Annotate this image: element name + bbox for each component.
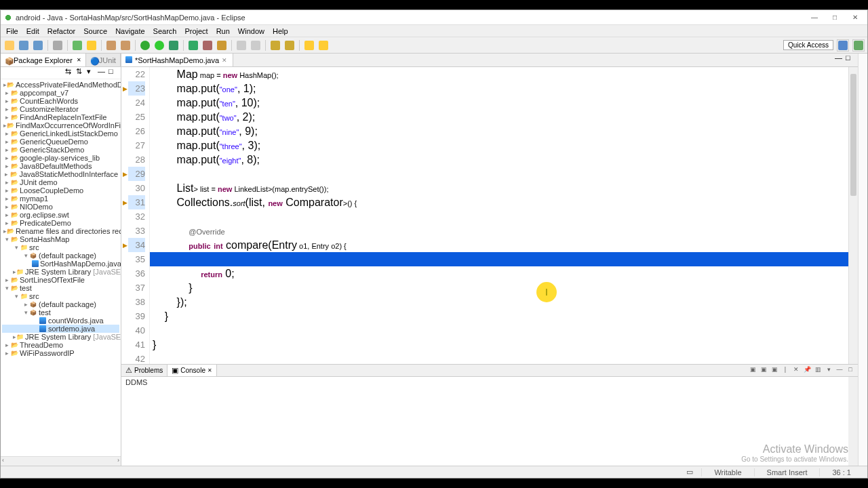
minimize-console-button[interactable]: — bbox=[835, 365, 844, 374]
menu-navigate[interactable]: Navigate bbox=[111, 26, 149, 37]
tree-item[interactable]: ▸NIODemo bbox=[2, 203, 119, 211]
code-line[interactable]: List> list = new LinkedList>(map.entrySe… bbox=[150, 181, 848, 195]
tree-item[interactable]: ▸Rename files and directories recursivel… bbox=[2, 227, 119, 235]
debug-button[interactable] bbox=[139, 39, 151, 52]
editor-vscrollbar[interactable] bbox=[848, 67, 858, 364]
console-vscrollbar[interactable] bbox=[848, 377, 858, 466]
tree-item[interactable]: ▸SortLinesOfTextFile bbox=[2, 276, 119, 284]
code-line[interactable]: return 0; bbox=[150, 266, 848, 281]
display-console-button[interactable]: ▥ bbox=[813, 365, 823, 374]
pin-console-button[interactable]: 📌 bbox=[802, 365, 812, 374]
toggle-breadcrumb-button[interactable] bbox=[52, 39, 64, 52]
tree-item[interactable]: countWords.java bbox=[2, 317, 119, 325]
tree-item[interactable]: ▾SortaHashMap bbox=[2, 235, 119, 243]
coverage-button[interactable] bbox=[167, 39, 180, 52]
forward-button[interactable] bbox=[317, 39, 330, 52]
menu-source[interactable]: Source bbox=[79, 26, 111, 37]
console-body[interactable]: DDMS Activate Windows Go to Settings to … bbox=[121, 377, 858, 466]
code-line[interactable]: } bbox=[150, 309, 848, 323]
code-line[interactable]: Map map = new HashMap(); bbox=[150, 67, 848, 81]
open-console-button[interactable]: ▾ bbox=[824, 365, 833, 374]
tree-item[interactable]: ▸WiFiPasswordIP bbox=[2, 349, 119, 357]
tool-button[interactable] bbox=[119, 39, 132, 52]
minimize-button[interactable]: — bbox=[805, 12, 824, 24]
save-all-button[interactable] bbox=[32, 39, 44, 52]
tree-item[interactable]: ▸JRE System Library[JavaSE-1.8] bbox=[2, 268, 119, 276]
maximize-button[interactable]: □ bbox=[825, 12, 844, 24]
tree-item[interactable]: ▸appcompat_v7 bbox=[2, 89, 119, 97]
new-class-button[interactable] bbox=[187, 39, 199, 52]
tree-item[interactable]: ▸FindAndReplaceInTextFile bbox=[2, 113, 119, 121]
tree-item[interactable]: ▸CountEachWords bbox=[2, 97, 119, 105]
quick-access[interactable]: Quick Access bbox=[783, 40, 833, 50]
tool-button[interactable] bbox=[235, 39, 248, 52]
collapse-all-button[interactable]: ⇆ bbox=[65, 67, 75, 77]
tree-item[interactable]: ▸GenericLinkedListStackDemo bbox=[2, 129, 119, 138]
search-button[interactable] bbox=[85, 39, 98, 52]
code-line[interactable]: @Override bbox=[150, 224, 848, 238]
line-gutter[interactable]: 2223242526272829303132333435363738394041… bbox=[128, 67, 150, 364]
code-line[interactable]: map.put("ten", 10); bbox=[150, 96, 848, 110]
tree-item[interactable]: sortdemo.java bbox=[2, 325, 119, 333]
save-button[interactable] bbox=[18, 39, 30, 52]
tree-item[interactable]: ▸FindMaxOccurrenceOfWordInFile bbox=[2, 121, 119, 129]
sidebar-hscrollbar[interactable] bbox=[1, 456, 121, 466]
code-line[interactable]: } bbox=[150, 281, 848, 295]
console-tool[interactable]: ▣ bbox=[748, 365, 757, 374]
tree-item[interactable]: ▸PredicateDemo bbox=[2, 219, 119, 227]
maximize-editor-button[interactable]: □ bbox=[846, 54, 855, 63]
tree-item[interactable]: ▾src bbox=[2, 292, 119, 300]
code-line[interactable]: map.put("two", 2); bbox=[150, 110, 848, 124]
menu-run[interactable]: Run bbox=[212, 26, 234, 37]
link-editor-button[interactable]: ⇅ bbox=[76, 67, 85, 77]
editor-tab[interactable]: *SortHashMapDemo.java ✕ bbox=[121, 54, 233, 66]
tree-item[interactable]: ▾test bbox=[2, 308, 119, 317]
code-line[interactable]: } bbox=[150, 338, 848, 352]
code-line[interactable] bbox=[150, 167, 848, 181]
menu-file[interactable]: File bbox=[2, 26, 22, 37]
tree-item[interactable]: ▸Java8DefaultMethods bbox=[2, 162, 119, 170]
tree-item[interactable]: ▸JRE System Library[JavaSE-1.7] bbox=[2, 333, 119, 341]
close-tab-button[interactable]: ✕ bbox=[222, 57, 229, 64]
tree-item[interactable]: SortHashMapDemo.java bbox=[2, 260, 119, 268]
code-editor[interactable]: ▶▶▶▶ 22232425262728293031323334353637383… bbox=[121, 67, 858, 364]
tree-item[interactable]: ▾test bbox=[2, 284, 119, 292]
project-tree[interactable]: ▸AccessPrivateFiledAndMethodDemo▸appcomp… bbox=[1, 79, 121, 456]
open-type-button[interactable] bbox=[71, 39, 83, 52]
code-line[interactable] bbox=[150, 252, 848, 266]
code-line[interactable]: map.put("eight", 8); bbox=[150, 152, 848, 167]
code-line[interactable]: public int compare(Entry o1, Entry o2) { bbox=[150, 238, 848, 252]
tool-button[interactable] bbox=[216, 39, 228, 52]
console-tab[interactable]: ▣Console ✕ bbox=[167, 365, 217, 376]
back-button[interactable] bbox=[303, 39, 315, 52]
tree-item[interactable]: ▸org.eclipse.swt bbox=[2, 211, 119, 219]
tree-item[interactable]: ▸AccessPrivateFiledAndMethodDemo bbox=[2, 81, 119, 89]
menu-refactor[interactable]: Refactor bbox=[43, 26, 80, 37]
code-line[interactable]: }); bbox=[150, 295, 848, 309]
tree-item[interactable]: ▸LooseCoupleDemo bbox=[2, 186, 119, 195]
java-perspective-button[interactable] bbox=[837, 39, 849, 52]
menu-window[interactable]: Window bbox=[234, 26, 269, 37]
menu-project[interactable]: Project bbox=[180, 26, 212, 37]
maximize-view-button[interactable]: □ bbox=[108, 67, 118, 77]
code-line[interactable]: map.put("three", 3); bbox=[150, 138, 848, 152]
sidebar-tab[interactable]: 🔵JUnit bbox=[86, 54, 121, 66]
tool-button[interactable] bbox=[269, 39, 281, 52]
tool-button[interactable] bbox=[283, 39, 296, 52]
tree-item[interactable]: ▸ThreadDemo bbox=[2, 341, 119, 349]
code-line[interactable]: Collections.sort(list, new Comparator>()… bbox=[150, 195, 848, 209]
menu-search[interactable]: Search bbox=[149, 26, 181, 37]
code-line[interactable] bbox=[150, 209, 848, 224]
tree-item[interactable]: ▸google-play-services_lib bbox=[2, 154, 119, 162]
tree-item[interactable]: ▸JUnit demo bbox=[2, 178, 119, 186]
run-button[interactable] bbox=[153, 39, 165, 52]
tree-item[interactable]: ▾src bbox=[2, 243, 119, 251]
menu-edit[interactable]: Edit bbox=[22, 26, 43, 37]
code-line[interactable] bbox=[150, 323, 848, 338]
sidebar-tab[interactable]: 📦Package Explorer✕ bbox=[1, 54, 86, 66]
code-line[interactable]: map.put("nine", 9); bbox=[150, 124, 848, 138]
code-line[interactable] bbox=[150, 352, 848, 364]
maximize-console-button[interactable]: □ bbox=[846, 365, 855, 374]
ddms-perspective-button[interactable] bbox=[852, 39, 865, 52]
new-package-button[interactable] bbox=[201, 39, 214, 52]
